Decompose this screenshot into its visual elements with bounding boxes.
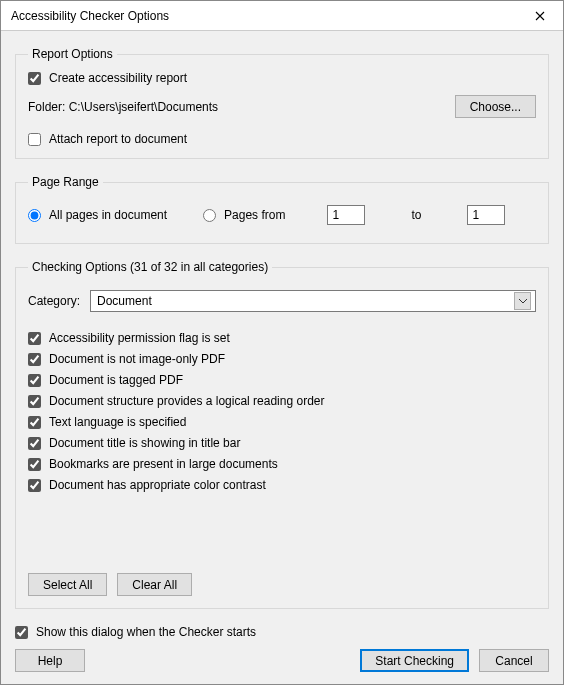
page-range-row: All pages in document Pages from to: [28, 205, 536, 225]
check-input[interactable]: [28, 479, 41, 492]
attach-report-label: Attach report to document: [49, 132, 187, 146]
check-label: Accessibility permission flag is set: [49, 331, 230, 345]
checking-options-group: Checking Options (31 of 32 in all catego…: [15, 260, 549, 609]
check-input[interactable]: [28, 374, 41, 387]
check-input[interactable]: [28, 416, 41, 429]
create-report-checkbox[interactable]: Create accessibility report: [28, 71, 536, 85]
start-checking-button[interactable]: Start Checking: [360, 649, 469, 672]
report-options-group: Report Options Create accessibility repo…: [15, 47, 549, 159]
check-input[interactable]: [28, 332, 41, 345]
folder-row: Folder: C:\Users\jseifert\Documents Choo…: [28, 95, 536, 118]
check-input[interactable]: [28, 458, 41, 471]
help-button[interactable]: Help: [15, 649, 85, 672]
select-clear-row: Select All Clear All: [28, 573, 536, 596]
show-dialog-input[interactable]: [15, 626, 28, 639]
check-label: Document is tagged PDF: [49, 373, 183, 387]
check-item[interactable]: Accessibility permission flag is set: [28, 331, 536, 345]
check-item[interactable]: Document title is showing in title bar: [28, 436, 536, 450]
choose-folder-button[interactable]: Choose...: [455, 95, 536, 118]
page-range-legend: Page Range: [28, 175, 103, 189]
pages-from-label: Pages from: [224, 208, 285, 222]
check-label: Document structure provides a logical re…: [49, 394, 324, 408]
category-label: Category:: [28, 294, 80, 308]
check-label: Document is not image-only PDF: [49, 352, 225, 366]
select-all-button[interactable]: Select All: [28, 573, 107, 596]
check-item[interactable]: Document has appropriate color contrast: [28, 478, 536, 492]
create-report-input[interactable]: [28, 72, 41, 85]
check-item[interactable]: Bookmarks are present in large documents: [28, 457, 536, 471]
clear-all-button[interactable]: Clear All: [117, 573, 192, 596]
pages-to-label: to: [411, 208, 421, 222]
show-dialog-checkbox[interactable]: Show this dialog when the Checker starts: [15, 625, 549, 639]
pages-to-field[interactable]: [467, 205, 505, 225]
category-value: Document: [97, 294, 152, 308]
all-pages-radio[interactable]: All pages in document: [28, 208, 167, 222]
check-item[interactable]: Document structure provides a logical re…: [28, 394, 536, 408]
report-options-legend: Report Options: [28, 47, 117, 61]
dialog-content: Report Options Create accessibility repo…: [1, 31, 563, 684]
all-pages-label: All pages in document: [49, 208, 167, 222]
close-icon: [535, 11, 545, 21]
all-pages-input[interactable]: [28, 209, 41, 222]
check-item[interactable]: Document is not image-only PDF: [28, 352, 536, 366]
attach-report-checkbox[interactable]: Attach report to document: [28, 132, 536, 146]
check-input[interactable]: [28, 353, 41, 366]
pages-from-input[interactable]: [203, 209, 216, 222]
chevron-down-icon: [514, 292, 531, 310]
dialog-title: Accessibility Checker Options: [11, 9, 525, 23]
close-button[interactable]: [525, 5, 555, 27]
check-input[interactable]: [28, 395, 41, 408]
accessibility-checker-dialog: Accessibility Checker Options Report Opt…: [0, 0, 564, 685]
titlebar: Accessibility Checker Options: [1, 1, 563, 31]
cancel-button[interactable]: Cancel: [479, 649, 549, 672]
footer-buttons: Help Start Checking Cancel: [15, 649, 549, 672]
category-row: Category: Document: [28, 290, 536, 312]
attach-report-input[interactable]: [28, 133, 41, 146]
options-checklist: Accessibility permission flag is set Doc…: [28, 324, 536, 553]
checking-options-legend: Checking Options (31 of 32 in all catego…: [28, 260, 272, 274]
folder-label: Folder: C:\Users\jseifert\Documents: [28, 100, 218, 114]
check-input[interactable]: [28, 437, 41, 450]
create-report-label: Create accessibility report: [49, 71, 187, 85]
check-item[interactable]: Text language is specified: [28, 415, 536, 429]
check-label: Document title is showing in title bar: [49, 436, 240, 450]
check-label: Text language is specified: [49, 415, 186, 429]
category-select[interactable]: Document: [90, 290, 536, 312]
pages-from-radio[interactable]: Pages from: [203, 208, 285, 222]
check-label: Bookmarks are present in large documents: [49, 457, 278, 471]
page-range-group: Page Range All pages in document Pages f…: [15, 175, 549, 244]
show-dialog-label: Show this dialog when the Checker starts: [36, 625, 256, 639]
check-item[interactable]: Document is tagged PDF: [28, 373, 536, 387]
pages-from-field[interactable]: [327, 205, 365, 225]
check-label: Document has appropriate color contrast: [49, 478, 266, 492]
folder-path: C:\Users\jseifert\Documents: [69, 100, 218, 114]
